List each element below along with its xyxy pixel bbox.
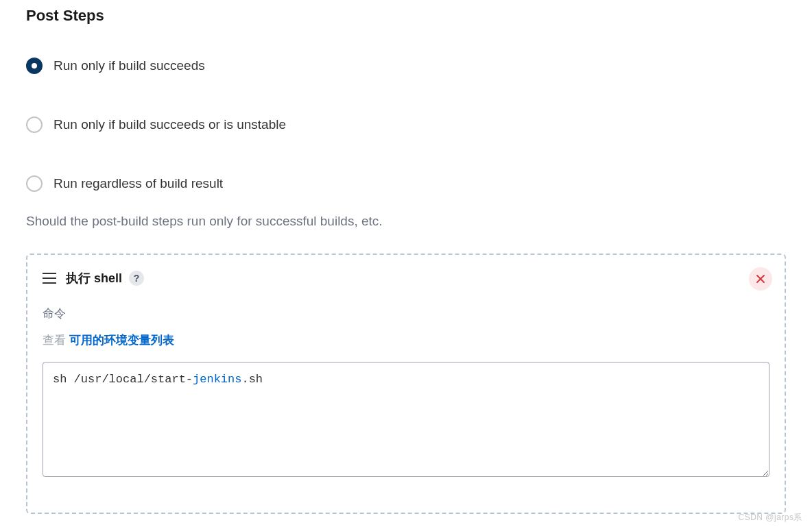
radio-icon	[26, 116, 43, 133]
radio-run-if-succeeds-or-unstable[interactable]: Run only if build succeeds or is unstabl…	[26, 116, 786, 133]
post-steps-help-text: Should the post-build steps run only for…	[26, 214, 786, 229]
radio-label: Run only if build succeeds	[53, 58, 205, 73]
step-header: 执行 shell ?	[43, 270, 769, 286]
radio-label: Run only if build succeeds or is unstabl…	[53, 117, 286, 132]
step-title: 执行 shell	[66, 270, 122, 286]
help-icon[interactable]: ?	[129, 271, 144, 286]
section-title: Post Steps	[26, 7, 786, 25]
shell-command-input[interactable]: sh /usr/local/start-jenkins.sh	[43, 362, 769, 477]
link-prefix: 查看	[43, 334, 69, 347]
radio-group-post-conditions: Run only if build succeeds Run only if b…	[26, 58, 786, 192]
command-label: 命令	[43, 306, 769, 321]
radio-run-if-succeeds[interactable]: Run only if build succeeds	[26, 58, 786, 74]
radio-icon	[26, 58, 43, 74]
execute-shell-step-panel: 执行 shell ? 命令 查看 可用的环境变量列表 sh /usr/local…	[26, 254, 786, 514]
radio-run-regardless[interactable]: Run regardless of build result	[26, 175, 786, 192]
watermark: CSDN @jarps系	[738, 512, 802, 524]
radio-label: Run regardless of build result	[53, 176, 223, 191]
drag-handle-icon[interactable]	[43, 273, 56, 284]
delete-step-button[interactable]	[749, 267, 772, 291]
env-vars-link[interactable]: 可用的环境变量列表	[69, 334, 174, 347]
close-icon	[756, 274, 765, 284]
radio-icon	[26, 175, 43, 192]
env-vars-link-row: 查看 可用的环境变量列表	[43, 332, 769, 348]
